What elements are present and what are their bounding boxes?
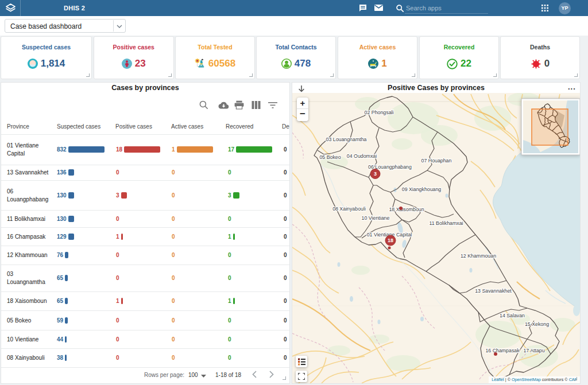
svg-text:03 Louangnamtha: 03 Louangnamtha xyxy=(326,137,367,142)
svg-text:15 Xekong: 15 Xekong xyxy=(525,321,549,327)
svg-text:13 Savannakhet: 13 Savannakhet xyxy=(475,288,512,294)
svg-text:07 Houaphan: 07 Houaphan xyxy=(421,158,452,164)
svg-text:14 Salavan: 14 Salavan xyxy=(500,313,525,318)
svg-text:08 Xainyabouli: 08 Xainyabouli xyxy=(332,206,366,212)
svg-text:04 Oudomxai: 04 Oudomxai xyxy=(347,153,377,159)
svg-text:18: 18 xyxy=(388,238,393,243)
svg-text:16 Champasak: 16 Champasak xyxy=(485,348,520,353)
svg-text:09 Xiangkhouang: 09 Xiangkhouang xyxy=(402,186,442,192)
svg-text:12 Khammouan: 12 Khammouan xyxy=(461,253,496,259)
svg-text:17 Attapu: 17 Attapu xyxy=(523,348,544,353)
svg-text:02 Phongsali: 02 Phongsali xyxy=(365,110,394,115)
svg-text:18 Xaisomboun: 18 Xaisomboun xyxy=(389,207,424,212)
svg-text:3: 3 xyxy=(374,171,377,177)
svg-text:10 Vientiane: 10 Vientiane xyxy=(362,215,390,221)
svg-text:05 Bokeo: 05 Bokeo xyxy=(319,154,341,160)
svg-text:11 Bolikhamxai: 11 Bolikhamxai xyxy=(429,220,463,226)
